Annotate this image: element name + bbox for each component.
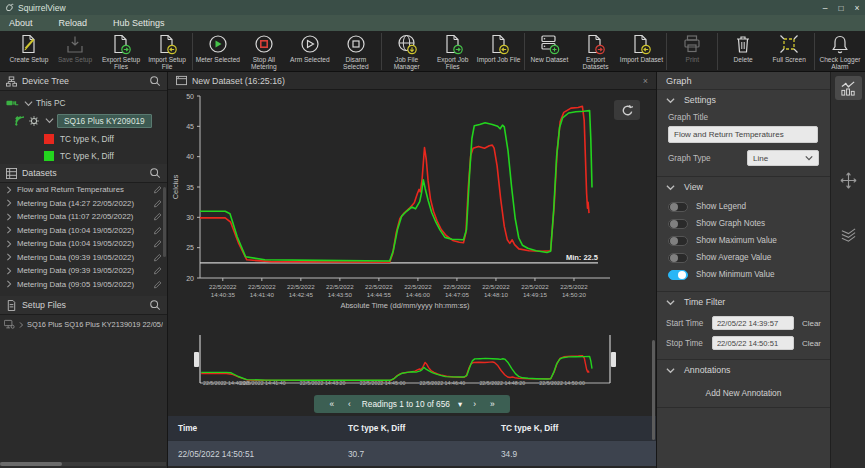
edit-pencil-icon[interactable] — [153, 280, 162, 289]
overview-right-handle[interactable] — [611, 352, 616, 367]
create-setup-button[interactable]: Create Setup — [6, 32, 52, 71]
chevron-right-icon[interactable] — [5, 253, 13, 261]
toggle-switch[interactable] — [668, 236, 688, 246]
dataset-view-scrollbar[interactable] — [652, 340, 655, 440]
chevron-down-icon[interactable] — [24, 99, 33, 108]
next-page-button[interactable]: › — [466, 399, 483, 409]
edit-pencil-icon[interactable] — [153, 239, 162, 248]
chevron-right-icon[interactable] — [5, 199, 13, 207]
export-datasets-button[interactable]: Export Datasets — [572, 32, 618, 71]
main-chart[interactable]: 20253035404550Celcius22/5/202214:40:3522… — [168, 90, 656, 330]
readings-table: TimeTC type K, DiffTC type K, Diff22/05/… — [168, 416, 656, 468]
pan-tool-button[interactable] — [835, 168, 862, 192]
tree-item-this-pc[interactable]: This PC — [0, 95, 167, 111]
minimize-button[interactable]: – — [817, 3, 833, 13]
overview-chart[interactable]: 22/5/2022 14:40:0022/5/2022 14:41:4022/5… — [168, 330, 656, 392]
check-logger-alarm-button[interactable]: Check Logger Alarm — [817, 32, 863, 71]
toolbar-group: Print — [667, 31, 717, 72]
graph-title-input[interactable] — [668, 126, 818, 143]
toggle-switch[interactable] — [668, 270, 688, 280]
gear-icon[interactable] — [28, 115, 40, 127]
dataset-list-item[interactable]: Metering Data (14:27 22/05/2022) — [0, 197, 167, 211]
pagination-caret-icon[interactable]: ▾ — [454, 399, 466, 409]
layers-tool-button[interactable] — [835, 222, 862, 246]
full-screen-button[interactable]: Full Screen — [766, 32, 812, 71]
disarm-selected-button[interactable]: Disarm Selected — [333, 32, 379, 71]
chevron-right-icon[interactable] — [5, 240, 13, 248]
export-job-files-button[interactable]: Export Job Files — [430, 32, 476, 71]
setup-files-search-icon[interactable] — [149, 299, 161, 311]
stop-time-clear-button[interactable]: Clear — [802, 339, 821, 348]
start-time-clear-button[interactable]: Clear — [802, 319, 821, 328]
import-dataset-button[interactable]: Import Dataset — [618, 32, 664, 71]
tree-item-channel[interactable]: TC type K, Diff — [0, 130, 167, 147]
chevron-right-icon[interactable] — [5, 213, 13, 221]
datasets-search-icon[interactable] — [149, 167, 161, 179]
toggle-switch[interactable] — [668, 253, 688, 263]
tree-item-device[interactable]: SQ16 Plus KY209019 — [0, 111, 167, 130]
datasets-scrollbar[interactable] — [163, 187, 166, 257]
chevron-down-icon[interactable] — [45, 116, 54, 125]
refresh-button[interactable] — [614, 100, 640, 120]
import-job-file-button[interactable]: Import Job File — [476, 32, 522, 71]
save-setup-button[interactable]: Save Setup — [52, 32, 98, 71]
delete-button[interactable]: Delete — [720, 32, 766, 71]
edit-pencil-icon[interactable] — [153, 199, 162, 208]
device-tree-search-icon[interactable] — [149, 75, 161, 87]
toggle-row-show-legend: Show Legend — [657, 199, 830, 214]
toggle-switch[interactable] — [668, 219, 688, 229]
view-section-header[interactable]: View — [657, 177, 830, 197]
last-page-button[interactable]: » — [483, 399, 502, 409]
maximize-button[interactable]: □ — [833, 3, 849, 13]
new-dataset-button[interactable]: New Dataset — [526, 32, 572, 71]
import-setup-file-button[interactable]: Import Setup File — [144, 32, 190, 71]
tree-item-channel[interactable]: TC type K, Diff — [0, 147, 167, 164]
job-file-manager-button[interactable]: Job File Manager — [384, 32, 430, 71]
dataset-list-item[interactable]: Metering Data (10:04 19/05/2022) — [0, 224, 167, 238]
chevron-right-icon[interactable] — [18, 321, 24, 329]
dataset-list-item[interactable]: Metering Data (09:39 19/05/2022) — [0, 251, 167, 265]
new-dataset-icon — [538, 33, 560, 55]
overview-left-handle[interactable] — [194, 352, 199, 367]
table-row[interactable]: 22/05/2022 14:50:5130.734.9 — [168, 440, 656, 466]
toggle-switch[interactable] — [668, 202, 688, 212]
edit-pencil-icon[interactable] — [153, 266, 162, 275]
settings-section-header[interactable]: Settings — [657, 90, 830, 110]
arm-selected-button[interactable]: Arm Selected — [287, 32, 333, 71]
chevron-right-icon[interactable] — [5, 186, 13, 194]
meter-selected-button[interactable]: Meter Selected — [195, 32, 241, 71]
export-setup-files-button[interactable]: Export Setup Files — [98, 32, 144, 71]
edit-pencil-icon[interactable] — [153, 226, 162, 235]
first-page-button[interactable]: « — [322, 399, 341, 409]
dataset-list-item[interactable]: Metering Data (11:07 22/05/2022) — [0, 210, 167, 224]
dataset-list-item[interactable]: Metering Data (09:05 19/05/2022) — [0, 278, 167, 292]
annotations-section-header[interactable]: Annotations — [657, 360, 830, 380]
close-button[interactable]: × — [849, 3, 865, 13]
chevron-right-icon[interactable] — [5, 267, 13, 275]
time-filter-section-header[interactable]: Time Filter — [657, 292, 830, 312]
edit-pencil-icon[interactable] — [153, 212, 162, 221]
menu-item-about[interactable]: About — [0, 18, 46, 28]
graph-type-label: Graph Type — [668, 154, 747, 163]
pagination-label[interactable]: Readings 1 to 10 of 656 — [358, 399, 454, 409]
menu-item-reload[interactable]: Reload — [46, 18, 101, 28]
edit-pencil-icon[interactable] — [153, 253, 162, 262]
edit-pencil-icon[interactable] — [153, 185, 162, 194]
dataset-tab-close-icon[interactable]: × — [643, 76, 648, 86]
chevron-right-icon[interactable] — [5, 280, 13, 288]
dataset-list-item[interactable]: Metering Data (10:04 19/05/2022) — [0, 237, 167, 251]
menu-item-hub-settings[interactable]: Hub Settings — [100, 18, 178, 28]
stop-time-input[interactable] — [712, 336, 794, 350]
add-annotation-button[interactable]: Add New Annotation — [657, 380, 830, 400]
print-button[interactable]: Print — [669, 32, 715, 71]
stop-all-metering-button[interactable]: Stop All Metering — [241, 32, 287, 71]
graph-type-select[interactable]: Line — [747, 150, 819, 166]
prev-page-button[interactable]: ‹ — [341, 399, 358, 409]
chevron-right-icon[interactable] — [5, 226, 13, 234]
start-time-input[interactable] — [712, 316, 794, 330]
setup-files-hscrollbar[interactable] — [0, 462, 166, 466]
dataset-list-item[interactable]: Flow and Return Temperatures — [0, 183, 167, 197]
dataset-list-item[interactable]: Metering Data (09:39 19/05/2022) — [0, 264, 167, 278]
setup-file-item[interactable]: SQ16 Plus SQ16 Plus KY2139019 22/05/2022… — [0, 315, 167, 334]
graph-view-button[interactable] — [835, 76, 862, 100]
